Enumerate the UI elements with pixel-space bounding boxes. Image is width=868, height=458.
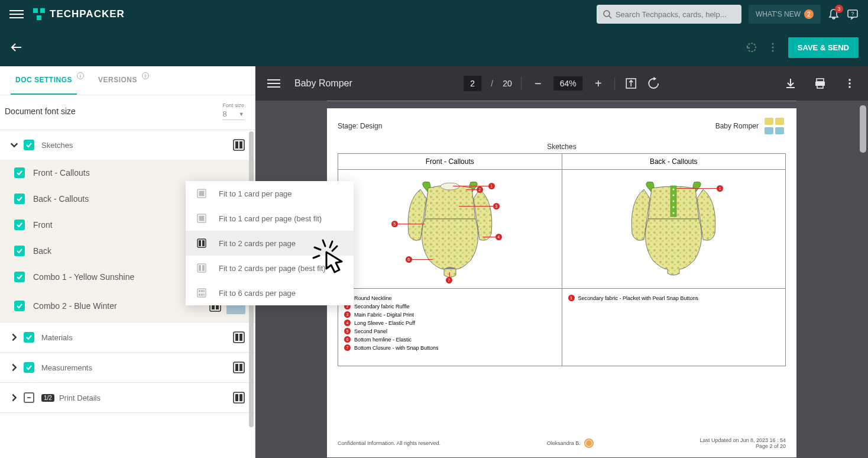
svg-rect-16 xyxy=(234,332,244,343)
notification-badge: 3 xyxy=(835,5,843,13)
pdf-page-previous-strip xyxy=(327,101,796,101)
svg-point-7 xyxy=(772,43,773,45)
search-box[interactable] xyxy=(597,5,741,24)
fit-page-icon[interactable] xyxy=(624,77,637,90)
section-materials: Materials xyxy=(0,322,255,353)
svg-rect-61 xyxy=(199,293,200,296)
section-header[interactable]: Materials xyxy=(0,322,255,352)
svg-rect-20 xyxy=(235,364,238,371)
section-title: Sketches xyxy=(41,141,232,150)
section-header[interactable]: 1/2 Print Details xyxy=(0,383,255,412)
callout-item: 2Secondary fabric Ruffle xyxy=(344,303,556,309)
refresh-icon[interactable] xyxy=(746,41,757,53)
more-vertical-icon[interactable] xyxy=(767,41,779,53)
page-footer: Confidential Information. All rights res… xyxy=(338,437,786,449)
preview-scrollbar[interactable] xyxy=(860,105,866,153)
svg-rect-60 xyxy=(203,290,205,292)
svg-rect-1 xyxy=(40,8,45,13)
notification-bell-icon[interactable]: 3 xyxy=(828,8,840,20)
svg-line-4 xyxy=(609,16,611,18)
layout-icon[interactable] xyxy=(232,138,245,151)
section-header[interactable]: Measurements xyxy=(0,353,255,382)
callout-item: 4Long Sleeve - Elastic Puff xyxy=(344,320,556,326)
garment-front-icon: 1 2 3 4 5 6 7 xyxy=(400,178,500,281)
whats-new-label: WHAT'S NEW xyxy=(756,10,801,18)
svg-rect-23 xyxy=(234,392,244,403)
svg-point-30 xyxy=(848,79,851,81)
menu-button[interactable] xyxy=(9,7,24,21)
tab-doc-settings[interactable]: DOC SETTINGS i xyxy=(11,66,77,95)
svg-rect-53 xyxy=(202,240,205,246)
back-arrow-icon[interactable] xyxy=(9,40,24,54)
menu-item-6-cards[interactable]: Fit to 6 cards per page xyxy=(186,280,354,305)
divider xyxy=(614,77,615,90)
layout-icon[interactable] xyxy=(232,361,245,374)
svg-rect-17 xyxy=(235,334,238,341)
print-icon[interactable] xyxy=(814,77,827,90)
menu-item-2-cards-best[interactable]: Fit to 2 cards per page (best fit) xyxy=(186,256,354,280)
layout-1-icon xyxy=(196,213,207,224)
checkbox[interactable] xyxy=(14,220,25,230)
page-stage-label: Stage: Design xyxy=(338,122,382,130)
svg-rect-48 xyxy=(199,191,205,196)
checkbox[interactable] xyxy=(14,193,25,204)
search-input[interactable] xyxy=(616,10,736,19)
checkbox[interactable] xyxy=(14,301,25,311)
checkbox[interactable] xyxy=(14,246,25,256)
info-icon[interactable]: i xyxy=(142,72,149,79)
section-header[interactable]: Sketches xyxy=(0,130,255,160)
page-doc-name: Baby Romper xyxy=(715,122,759,130)
checkbox[interactable] xyxy=(14,167,25,178)
tab-versions[interactable]: VERSIONS i xyxy=(93,66,142,95)
svg-rect-56 xyxy=(202,265,205,271)
pdf-sidebar-toggle-icon[interactable] xyxy=(267,77,280,90)
page-number-input[interactable] xyxy=(464,76,481,91)
checkbox[interactable] xyxy=(24,362,34,373)
checkbox[interactable] xyxy=(24,140,34,150)
svg-rect-55 xyxy=(199,265,201,271)
search-icon xyxy=(603,9,612,19)
svg-rect-59 xyxy=(201,290,203,292)
svg-rect-10 xyxy=(234,140,244,150)
save-send-button[interactable]: SAVE & SEND xyxy=(788,37,859,58)
svg-text:?: ? xyxy=(851,11,854,17)
whats-new-button[interactable]: WHAT'S NEW 2 xyxy=(749,5,821,24)
svg-point-3 xyxy=(604,11,610,17)
callout-item: 1Secondary fabric - Placket with Pearl S… xyxy=(568,295,780,301)
checkbox[interactable] xyxy=(24,332,34,343)
layout-2-icon xyxy=(196,263,207,273)
zoom-out-icon[interactable]: − xyxy=(532,77,545,90)
pdf-page: Stage: Design Baby Romper Sketches Front… xyxy=(327,108,796,457)
font-size-value: 8 xyxy=(222,109,226,118)
info-icon[interactable]: i xyxy=(77,72,84,79)
item-label: Combo 2 - Blue Winter xyxy=(33,301,209,311)
svg-rect-63 xyxy=(203,293,205,296)
sketch-front-cell: 1 2 3 4 5 6 7 xyxy=(338,170,562,288)
menu-item-2-cards[interactable]: Fit to 2 cards per page xyxy=(186,231,354,256)
font-size-caption: Font size xyxy=(222,102,244,108)
footer-confidential: Confidential Information. All rights res… xyxy=(338,440,441,446)
menu-item-1-card-best[interactable]: Fit to 1 card per page (best fit) xyxy=(186,206,354,231)
chevron-right-icon xyxy=(9,393,19,402)
layout-icon[interactable] xyxy=(232,331,245,344)
layout-icon[interactable] xyxy=(232,391,245,404)
checkbox-partial[interactable] xyxy=(24,392,34,403)
download-icon[interactable] xyxy=(784,77,797,90)
zoom-in-icon[interactable]: + xyxy=(592,77,605,90)
checkbox[interactable] xyxy=(14,272,25,282)
col-header-front: Front - Callouts xyxy=(338,154,562,169)
svg-rect-19 xyxy=(234,362,244,373)
more-vertical-icon[interactable] xyxy=(843,77,856,90)
svg-point-44 xyxy=(673,200,675,202)
logo[interactable]: TECHPACKER xyxy=(33,8,125,20)
menu-item-1-card[interactable]: Fit to 1 card per page xyxy=(186,181,354,206)
section-title: Measurements xyxy=(41,363,232,372)
help-chat-icon[interactable]: ? xyxy=(847,8,859,20)
svg-rect-11 xyxy=(235,141,238,149)
font-size-select[interactable]: Font size 8 ▼ xyxy=(222,102,244,120)
svg-rect-34 xyxy=(775,118,784,125)
svg-rect-24 xyxy=(235,394,238,401)
page-total: 20 xyxy=(503,79,512,88)
rotate-icon[interactable] xyxy=(647,77,660,90)
menu-label: Fit to 2 cards per page (best fit) xyxy=(219,264,326,273)
